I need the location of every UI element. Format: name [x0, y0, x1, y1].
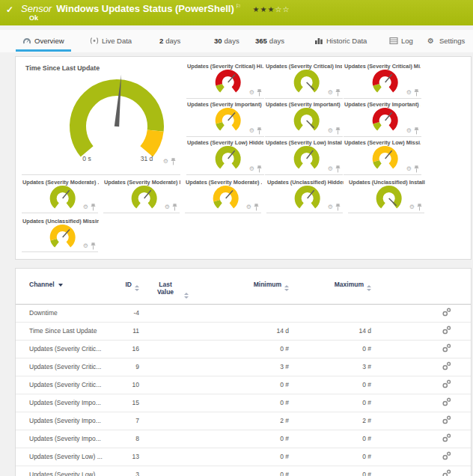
gear-icon[interactable]: ⚙ [249, 128, 254, 134]
flag-icon[interactable]: ⚐ [236, 3, 241, 10]
tab-historic-data[interactable]: Historic Data [314, 35, 367, 46]
col-header-minimum[interactable]: Minimum [199, 281, 289, 304]
gear-icon[interactable]: ⚙ [83, 243, 88, 249]
tab-settings[interactable]: ⚙ Settings [427, 35, 465, 46]
big-gauge-tile[interactable]: Time Since Last Update 0 s 31 d ⚙ [22, 61, 180, 175]
cell-channel[interactable]: Time Since Last Update [16, 322, 113, 340]
cell-channel[interactable]: Downtime [16, 304, 113, 322]
edit-channel-icon[interactable] [442, 308, 451, 317]
channel-gauge-tile[interactable]: Updates (Unclassified) Hidden ⚙ [266, 177, 343, 213]
col-header-last-value[interactable]: Last Value [139, 281, 199, 304]
channel-gauge-tile[interactable]: Updates (Severity Moderate) I... ⚙ [103, 177, 180, 213]
edit-channel-icon[interactable] [442, 344, 451, 353]
pin-icon[interactable] [254, 204, 259, 211]
cell-maximum [289, 304, 371, 322]
cell-channel[interactable]: Updates (Severity Impo... [16, 412, 113, 430]
channel-gauge-tile[interactable]: Updates (Severity Low) Missi... ⚙ [344, 137, 421, 175]
channel-gauge-tile[interactable]: Updates (Unclassified) Missing ⚙ [22, 216, 98, 252]
cell-channel[interactable]: Updates (Severity Low) ... [16, 466, 113, 476]
cell-last-value [139, 412, 199, 430]
channel-gauge [46, 222, 80, 249]
col-header-maximum[interactable]: Maximum [289, 281, 371, 304]
star-empty-icon[interactable]: ☆ [275, 5, 282, 13]
gear-icon[interactable]: ⚙ [246, 204, 251, 210]
status-check-icon: ✓ [6, 4, 13, 15]
channel-gauge-tile[interactable]: Updates (Severity Moderate) ... ⚙ [22, 177, 98, 213]
gear-icon[interactable]: ⚙ [406, 90, 412, 96]
col-header-id[interactable]: ID [113, 281, 139, 304]
gear-icon[interactable]: ⚙ [249, 166, 254, 172]
cell-id: 13 [113, 448, 139, 466]
cell-channel[interactable]: Updates (Severity Critic... [16, 340, 113, 358]
channel-gauge-tile[interactable]: Updates (Unclassified) Install... ⚙ [348, 177, 424, 213]
channel-gauge-tile[interactable]: Updates (Severity Critical) Mi... ⚙ [344, 61, 421, 99]
edit-channel-icon[interactable] [442, 379, 451, 388]
cell-last-value [139, 448, 199, 466]
edit-channel-icon[interactable] [442, 433, 451, 442]
tab-2-days[interactable]: 2 days [159, 35, 180, 46]
channel-gauge-tile[interactable]: Updates (Severity Important) ... ⚙ [186, 99, 264, 137]
gear-icon[interactable]: ⚙ [328, 204, 333, 210]
pin-icon[interactable] [414, 127, 419, 135]
pin-icon[interactable] [172, 204, 177, 211]
tab-live-data[interactable]: Live Data [90, 35, 132, 46]
cell-minimum: 3 # [199, 358, 289, 376]
edit-channel-icon[interactable] [442, 451, 451, 460]
gear-icon[interactable]: ⚙ [406, 128, 412, 134]
pin-icon[interactable] [417, 204, 422, 211]
gear-icon[interactable]: ⚙ [328, 128, 333, 134]
cell-channel[interactable]: Updates (Severity Critic... [16, 376, 113, 394]
tab-overview[interactable]: Overview [22, 35, 64, 46]
channel-gauge-tile[interactable]: Updates (Severity Critical) Hi... ⚙ [186, 61, 264, 99]
cell-id: 11 [113, 322, 139, 340]
gear-icon[interactable]: ⚙ [163, 159, 168, 165]
cell-channel[interactable]: Updates (Severity Low) ... [16, 448, 113, 466]
gear-icon[interactable]: ⚙ [328, 166, 333, 172]
edit-channel-icon[interactable] [442, 415, 451, 424]
edit-channel-icon[interactable] [442, 469, 451, 476]
edit-channel-icon[interactable] [442, 361, 451, 370]
priority-stars[interactable]: ★★★☆☆ [253, 5, 290, 13]
tab-log[interactable]: Log [389, 35, 413, 46]
channel-gauge-tile[interactable]: Updates (Severity Low) Hidden ⚙ [186, 137, 264, 175]
pin-icon[interactable] [335, 204, 341, 211]
channel-gauge-tile[interactable]: Updates (Severity Moderate) ... ⚙ [185, 177, 261, 213]
pin-icon[interactable] [257, 127, 262, 135]
pin-icon[interactable] [91, 242, 96, 250]
gear-icon[interactable]: ⚙ [165, 204, 170, 210]
pin-icon[interactable] [91, 204, 96, 211]
pin-icon[interactable] [335, 89, 341, 97]
gear-icon[interactable]: ⚙ [249, 90, 254, 96]
col-header-channel[interactable]: Channel [16, 281, 113, 304]
tab-365-days[interactable]: 365 days [255, 35, 284, 46]
gear-icon[interactable]: ⚙ [83, 204, 88, 210]
channel-gauge-tile[interactable]: Updates (Severity Low) Install... ⚙ [265, 137, 343, 175]
pin-icon[interactable] [171, 158, 176, 165]
sort-icon [284, 285, 289, 291]
tab-30-days[interactable]: 30 days [214, 35, 239, 46]
pin-icon[interactable] [414, 165, 419, 173]
gear-icon[interactable]: ⚙ [409, 204, 415, 210]
channel-gauge-tile[interactable]: Updates (Severity Critical) Ins... ⚙ [265, 61, 343, 99]
pin-icon[interactable] [257, 165, 262, 173]
star-filled-icon[interactable]: ★ [267, 5, 275, 13]
gear-icon[interactable]: ⚙ [328, 90, 333, 96]
edit-channel-icon[interactable] [442, 326, 451, 335]
star-filled-icon[interactable]: ★ [253, 5, 260, 13]
gear-icon[interactable]: ⚙ [406, 166, 412, 172]
cell-minimum: 0 # [199, 340, 289, 358]
star-empty-icon[interactable]: ☆ [282, 5, 290, 13]
channel-gauge-tile[interactable]: Updates (Severity Important) ... ⚙ [265, 99, 343, 137]
cell-minimum [199, 304, 289, 322]
tab-icon: ⚙ [427, 37, 436, 45]
channel-gauge-tile[interactable]: Updates (Severity Important) ... ⚙ [344, 99, 421, 137]
cell-channel[interactable]: Updates (Severity Impo... [16, 430, 113, 448]
star-filled-icon[interactable]: ★ [260, 5, 268, 13]
pin-icon[interactable] [257, 89, 262, 97]
pin-icon[interactable] [335, 165, 341, 173]
pin-icon[interactable] [335, 127, 341, 135]
pin-icon[interactable] [414, 89, 419, 97]
cell-channel[interactable]: Updates (Severity Impo... [16, 394, 113, 412]
edit-channel-icon[interactable] [442, 397, 451, 406]
cell-channel[interactable]: Updates (Severity Critic... [16, 358, 113, 376]
